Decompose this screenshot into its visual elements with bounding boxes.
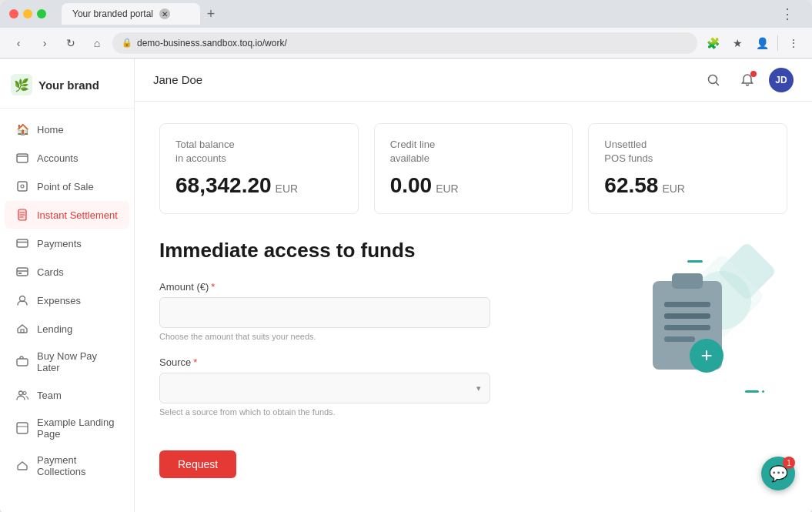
pos-icon [15,179,29,193]
app-window: 🌿 Your brand 🏠 Home Accounts [0,59,812,512]
stat-card-total-balance: Total balancein accounts 68,342.20 EUR [159,123,359,214]
tab-bar: Your branded portal ✕ + [62,3,766,25]
reload-button[interactable]: ↻ [60,32,82,54]
teal-lines-bottom [745,390,764,393]
sidebar-item-pos[interactable]: Point of Sale [5,172,129,200]
sidebar-item-team[interactable]: Team [5,381,129,409]
home-icon: 🏠 [15,122,29,136]
ssl-lock-icon: 🔒 [122,38,132,48]
search-button[interactable] [701,68,726,92]
nav-label-payment-collections: Payment Collections [37,454,119,477]
svg-rect-6 [18,273,22,274]
nav-label-home: Home [37,124,64,136]
stat-value-pos-funds: 62.58 EUR [604,173,771,198]
profile-icon[interactable]: 👤 [751,32,773,54]
sidebar: 🌿 Your brand 🏠 Home Accounts [0,59,135,512]
amount-hint: Choose the amount that suits your needs. [159,332,587,341]
svg-point-10 [19,391,23,395]
sidebar-item-home[interactable]: 🏠 Home [5,115,129,143]
close-traffic-light[interactable] [9,9,18,18]
stat-label-pos-funds: UnsettledPOS funds [604,138,771,166]
sidebar-item-cards[interactable]: Cards [5,258,129,286]
svg-rect-4 [17,239,28,247]
stat-value-total-balance: 68,342.20 EUR [175,173,343,198]
new-tab-button[interactable]: + [200,3,222,25]
tab-title: Your branded portal [72,8,153,19]
sidebar-item-instant-settlement[interactable]: Instant Settlement [5,201,129,229]
browser-tab[interactable]: Your branded portal ✕ [62,3,200,25]
brand-icon: 🌿 [11,74,32,95]
svg-rect-12 [17,423,28,433]
nav-label-accounts: Accounts [37,152,78,164]
url-text: demo-business.sandbox.toq.io/work/ [137,38,287,49]
sidebar-item-payment-collections[interactable]: Payment Collections [5,447,129,484]
svg-rect-1 [18,182,27,191]
notification-button[interactable] [735,68,760,92]
minimize-traffic-light[interactable] [23,9,32,18]
source-select[interactable] [159,373,490,403]
svg-point-13 [709,75,717,83]
address-bar[interactable]: 🔒 demo-business.sandbox.toq.io/work/ [112,32,697,54]
toolbar-icons: 🧩 ★ 👤 ⋮ [702,32,804,54]
svg-rect-9 [17,359,28,366]
forward-button[interactable]: › [34,32,55,54]
sidebar-nav: 🏠 Home Accounts [0,109,134,512]
clipboard-illustration: + [630,254,753,393]
team-icon [15,388,29,402]
svg-rect-17 [664,302,710,307]
bnpl-icon [15,355,29,369]
amount-label: Amount (€) * [159,281,587,293]
sidebar-item-expenses[interactable]: Expenses [5,286,129,314]
source-hint: Select a source from which to obtain the… [159,407,587,417]
sidebar-item-lending[interactable]: Lending [5,315,129,343]
nav-label-instant-settlement: Instant Settlement [37,209,118,221]
extensions-icon[interactable]: 🧩 [702,32,723,54]
browser-toolbar: ‹ › ↻ ⌂ 🔒 demo-business.sandbox.toq.io/w… [0,28,812,59]
expenses-icon [15,293,29,307]
back-button[interactable]: ‹ [8,32,29,54]
source-select-wrap: ▾ [159,373,490,403]
home-button[interactable]: ⌂ [86,32,108,54]
nav-label-payments: Payments [37,238,82,249]
source-label: Source * [159,356,587,368]
accounts-icon [15,151,29,165]
notification-dot [750,71,757,77]
main-content: Jane Doe JD [135,59,812,512]
payment-collections-icon [15,459,29,473]
chat-fab-button[interactable]: 💬 1 [761,457,795,490]
stat-card-pos-funds: UnsettledPOS funds 62.58 EUR [588,123,787,214]
more-button[interactable]: ⋮ [783,32,804,54]
maximize-traffic-light[interactable] [37,9,46,18]
tab-close-button[interactable]: ✕ [159,8,170,19]
svg-text:+: + [700,343,712,366]
sidebar-item-bnpl[interactable]: Buy Now Pay Later [5,343,129,380]
stat-label-credit-line: Credit lineavailable [390,138,557,166]
nav-label-expenses: Expenses [37,295,81,306]
form-illustration: + [618,239,787,478]
lending-icon [15,322,29,336]
sidebar-item-payments[interactable]: Payments [5,229,129,257]
chat-badge: 1 [783,457,795,469]
browser-menu-icon[interactable]: ⋮ [780,5,794,22]
svg-rect-0 [17,154,28,162]
bookmark-icon[interactable]: ★ [727,32,748,54]
stat-label-total-balance: Total balancein accounts [175,138,343,166]
nav-label-pos: Point of Sale [37,181,94,192]
sidebar-item-accounts[interactable]: Accounts [5,144,129,172]
stat-value-credit-line: 0.00 EUR [390,173,557,198]
source-form-group: Source * ▾ Select a source from which to… [159,356,587,417]
request-button[interactable]: Request [159,450,236,478]
nav-label-lending: Lending [37,323,72,335]
svg-point-11 [23,392,26,395]
nav-label-team: Team [37,390,62,401]
nav-label-cards: Cards [37,266,64,278]
amount-input[interactable] [159,297,490,328]
amount-required-star: * [211,281,215,293]
form-left: Immediate access to funds Amount (€) * C… [159,239,587,478]
user-avatar[interactable]: JD [769,68,794,92]
sidebar-item-example-landing[interactable]: Example Landing Page [5,410,129,447]
illustration-container: + [626,246,780,400]
source-required-star: * [193,356,197,368]
svg-rect-16 [672,273,703,289]
svg-rect-19 [664,325,710,330]
